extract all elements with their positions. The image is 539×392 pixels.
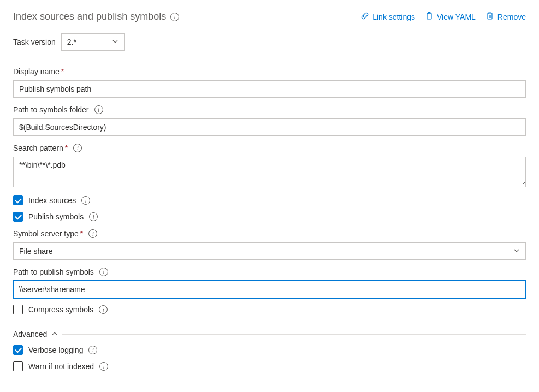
index-sources-checkbox[interactable] (13, 195, 23, 205)
display-name-label-row: Display name* (13, 67, 526, 76)
verbose-logging-checkbox[interactable] (13, 345, 23, 355)
link-icon (360, 11, 369, 22)
symbol-server-type-value: File share (19, 247, 52, 256)
index-sources-row: Index sources (13, 195, 526, 205)
publish-symbols-row: Publish symbols (13, 212, 526, 222)
info-icon[interactable] (89, 212, 98, 221)
task-version-label: Task version (13, 38, 56, 46)
advanced-label: Advanced (13, 330, 47, 338)
warn-not-indexed-row: Warn if not indexed (13, 361, 526, 371)
link-settings-button[interactable]: Link settings (360, 11, 415, 22)
compress-symbols-row: Compress symbols (13, 305, 526, 314)
trash-icon (485, 11, 494, 22)
remove-button[interactable]: Remove (485, 11, 526, 22)
info-icon[interactable] (81, 196, 90, 205)
index-sources-label: Index sources (28, 196, 76, 205)
verbose-logging-row: Verbose logging (13, 345, 526, 355)
svg-rect-0 (427, 13, 431, 19)
symbols-folder-label-row: Path to symbols folder (13, 105, 526, 114)
publish-path-label: Path to publish symbols (13, 268, 94, 276)
display-name-label: Display name* (13, 67, 64, 76)
remove-label: Remove (497, 13, 526, 21)
view-yaml-button[interactable]: View YAML (425, 11, 476, 22)
chevron-down-icon (513, 247, 520, 256)
clipboard-icon (425, 11, 434, 22)
info-icon[interactable] (73, 144, 82, 152)
chevron-down-icon (112, 38, 119, 46)
info-icon[interactable] (99, 305, 108, 314)
info-icon[interactable] (88, 229, 97, 238)
search-pattern-label: Search pattern* (13, 144, 68, 152)
section-divider (62, 334, 526, 335)
display-name-input[interactable] (13, 80, 526, 98)
publish-symbols-label: Publish symbols (28, 212, 84, 221)
symbols-folder-label: Path to symbols folder (13, 105, 89, 114)
task-header: Index sources and publish symbols Link s… (13, 11, 526, 22)
publish-symbols-checkbox[interactable] (13, 212, 23, 222)
compress-symbols-checkbox[interactable] (13, 305, 23, 314)
info-icon[interactable] (170, 13, 179, 21)
advanced-section-header[interactable]: Advanced (13, 330, 526, 338)
link-settings-label: Link settings (372, 13, 415, 21)
info-icon[interactable] (99, 268, 108, 276)
title-wrap: Index sources and publish symbols (13, 11, 179, 22)
symbols-folder-input[interactable] (13, 118, 526, 136)
header-actions: Link settings View YAML Remove (360, 11, 526, 22)
task-version-value: 2.* (67, 38, 76, 46)
task-version-row: Task version 2.* (13, 33, 526, 51)
warn-not-indexed-checkbox[interactable] (13, 361, 23, 371)
symbol-server-type-label-row: Symbol server type* (13, 229, 526, 238)
task-version-select[interactable]: 2.* (61, 33, 125, 51)
search-pattern-label-row: Search pattern* (13, 144, 526, 152)
verbose-logging-label: Verbose logging (28, 346, 83, 354)
search-pattern-input[interactable] (13, 157, 526, 187)
chevron-up-icon (51, 330, 58, 338)
warn-not-indexed-label: Warn if not indexed (28, 362, 94, 371)
publish-path-input[interactable] (13, 281, 526, 298)
compress-symbols-label: Compress symbols (28, 305, 93, 314)
info-icon[interactable] (88, 346, 97, 354)
symbol-server-type-label: Symbol server type* (13, 229, 83, 238)
info-icon[interactable] (94, 105, 103, 114)
symbol-server-type-select[interactable]: File share (13, 242, 526, 260)
view-yaml-label: View YAML (437, 13, 476, 21)
info-icon[interactable] (99, 362, 108, 371)
publish-path-label-row: Path to publish symbols (13, 268, 526, 276)
page-title: Index sources and publish symbols (13, 11, 166, 22)
